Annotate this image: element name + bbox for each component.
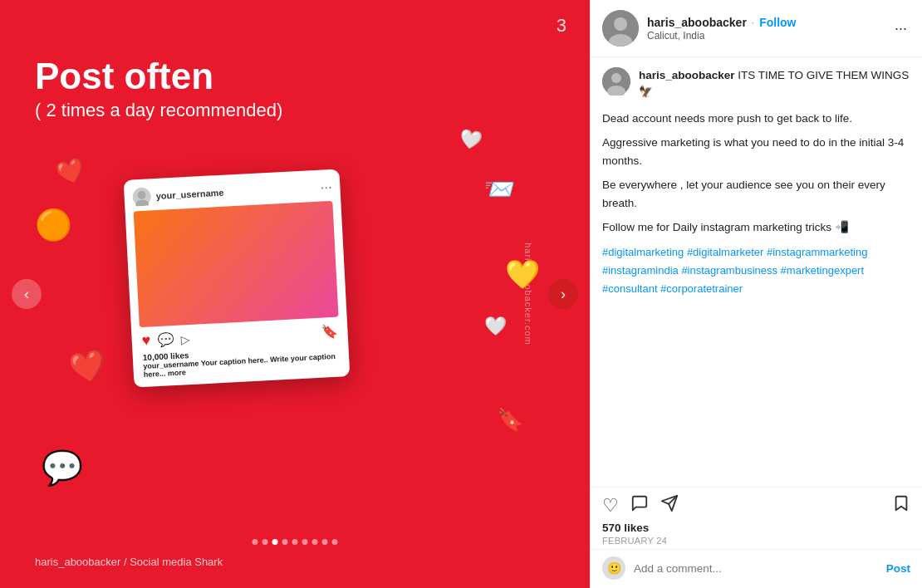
- right-panel: haris_aboobacker · Follow Calicut, India…: [590, 0, 922, 588]
- svg-point-3: [614, 17, 627, 31]
- dot-5[interactable]: [292, 539, 298, 545]
- caption-text-block: haris_aboobacker ITS TIME TO GIVE THEM W…: [639, 67, 910, 101]
- floating-emoji-1: 🟠: [35, 208, 72, 243]
- header-info: haris_aboobacker · Follow Calicut, India: [647, 16, 883, 42]
- left-panel: 3 harisaboobacker.com Post often ( 2 tim…: [0, 0, 590, 588]
- comment-input[interactable]: [634, 562, 878, 575]
- card-image: [134, 201, 339, 327]
- header-location: Calicut, India: [647, 30, 883, 42]
- like-button[interactable]: ♡: [602, 495, 619, 517]
- svg-point-0: [137, 191, 146, 200]
- floating-heart-3: ❤️: [67, 345, 110, 386]
- card-comment-icon[interactable]: 💬: [157, 331, 174, 348]
- share-button[interactable]: [660, 494, 679, 517]
- dot-9[interactable]: [332, 539, 338, 545]
- follow-button[interactable]: Follow: [759, 16, 796, 29]
- comment-button[interactable]: [630, 494, 649, 517]
- post-title: Post often ( 2 times a day recommended): [35, 56, 282, 121]
- card-dots[interactable]: ⋯: [320, 180, 332, 194]
- prev-arrow[interactable]: ‹: [12, 279, 42, 309]
- slide-dots: [253, 539, 338, 545]
- card-bookmark-icon[interactable]: 🔖: [321, 323, 338, 340]
- floating-paper-plane: 📨: [484, 174, 515, 203]
- slide-number: 3: [557, 15, 566, 37]
- instagram-card-mockup: your_username ⋯ ♥ 💬 ▷ 🔖 10,000 likes you…: [129, 174, 345, 382]
- title-line1: Post often: [35, 56, 282, 96]
- post-header: haris_aboobacker · Follow Calicut, India…: [591, 0, 922, 57]
- dot-3[interactable]: [272, 539, 278, 545]
- dot-1[interactable]: [253, 539, 258, 545]
- caption-avatar[interactable]: [602, 67, 630, 96]
- dot-6[interactable]: [302, 539, 308, 545]
- svg-point-6: [611, 73, 621, 83]
- hashtags: #digitalmarketing #digitalmarketer #inst…: [602, 243, 910, 298]
- post-date: FEBRUARY 24: [602, 536, 910, 546]
- comment-area: 🙂 Post: [591, 549, 922, 588]
- comment-avatar: 🙂: [602, 556, 625, 580]
- floating-chat: 💬: [42, 448, 83, 488]
- floating-heart-4: 🤍: [484, 316, 507, 337]
- bookmark-button[interactable]: [892, 494, 910, 517]
- svg-point-1: [135, 199, 150, 206]
- title-line2: ( 2 times a day recommended): [35, 100, 282, 121]
- card-username: your_username: [155, 183, 315, 201]
- dot-8[interactable]: [322, 539, 328, 545]
- floating-bookmark: 🔖: [497, 407, 523, 433]
- dot-2[interactable]: [262, 539, 268, 545]
- next-arrow[interactable]: ›: [548, 279, 578, 309]
- header-username[interactable]: haris_aboobacker: [647, 16, 747, 29]
- card-avatar: [132, 187, 151, 206]
- profile-avatar[interactable]: [602, 10, 639, 47]
- floating-heart-2: 🤍: [458, 127, 483, 152]
- body-text: Dead account needs more push to get back…: [602, 110, 910, 238]
- hashtags-text[interactable]: #digitalmarketing #digitalmarketer #inst…: [602, 246, 867, 295]
- body-para-1: Dead account needs more push to get back…: [602, 110, 910, 128]
- dot-7[interactable]: [312, 539, 318, 545]
- caption-username[interactable]: haris_aboobacker: [639, 69, 735, 81]
- floating-heart-1: ❤️: [53, 154, 88, 189]
- actions-bar: ♡ 570 likes FEBRUARY 24: [591, 487, 922, 549]
- bottom-credit: haris_aboobacker / Social media Shark: [35, 556, 223, 568]
- body-para-3: Be everywhere , let your audience see yo…: [602, 176, 910, 212]
- header-dot: ·: [752, 17, 754, 28]
- post-comment-button[interactable]: Post: [886, 562, 910, 575]
- more-options-button[interactable]: ···: [891, 20, 910, 37]
- dot-4[interactable]: [282, 539, 288, 545]
- caption-area: haris_aboobacker ITS TIME TO GIVE THEM W…: [591, 57, 922, 487]
- body-para-4: Follow me for Daily instagram marketing …: [602, 218, 910, 237]
- floating-emoji-2: 💛: [505, 257, 540, 291]
- card-share-icon[interactable]: ▷: [180, 332, 190, 346]
- body-para-2: Aggressive marketing is what you need to…: [602, 134, 910, 169]
- likes-count: 570 likes: [602, 522, 910, 534]
- card-heart-icon[interactable]: ♥: [141, 332, 151, 350]
